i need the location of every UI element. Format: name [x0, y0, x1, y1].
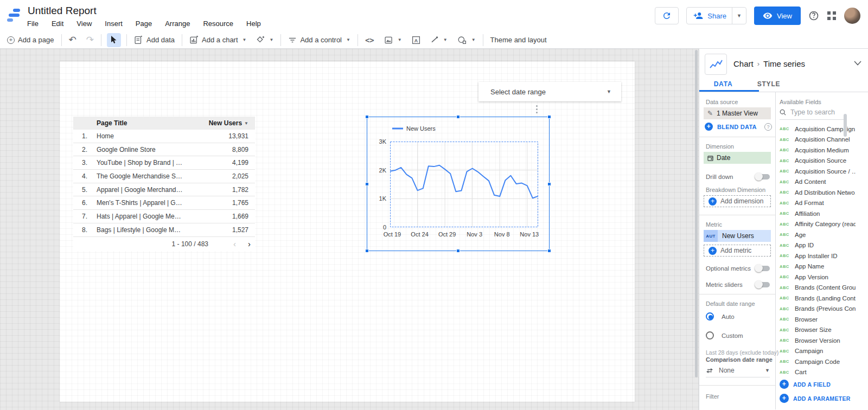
next-page-button[interactable]: ›: [248, 239, 251, 248]
table-row[interactable]: 7.Hats | Apparel | Google Me…1,669: [73, 210, 255, 223]
undo-button[interactable]: ↶: [64, 31, 81, 48]
time-series-chart[interactable]: 01K2K3KOct 19Oct 24Oct 29Nov 3Nov 8Nov 1…: [367, 117, 550, 251]
data-source-chip[interactable]: ✎ 1 Master View: [704, 107, 771, 119]
add-image-button[interactable]: ▼: [379, 31, 407, 48]
field-item[interactable]: ABCAcquisition Medium: [780, 145, 856, 156]
dimension-chip-date[interactable]: Date: [704, 152, 771, 164]
redo-button[interactable]: ↷: [81, 31, 99, 48]
add-data-button[interactable]: Add data: [129, 31, 180, 48]
add-line-button[interactable]: ▼: [425, 31, 452, 48]
date-range-custom-option[interactable]: Custom: [706, 331, 743, 339]
field-item[interactable]: ABCCampaign: [780, 346, 856, 357]
selection-handle[interactable]: [547, 115, 551, 119]
field-item[interactable]: ABCBrands (Content Group): [780, 283, 856, 293]
theme-layout-button[interactable]: Theme and layout: [486, 31, 552, 48]
fields-scrollbar[interactable]: [844, 114, 847, 137]
field-item[interactable]: ABCAffiliation: [780, 208, 856, 219]
field-item[interactable]: ABCApp Installer ID: [780, 251, 856, 261]
breadcrumb-time-series[interactable]: Time series: [763, 59, 805, 68]
field-item[interactable]: ABCAcquisition Source: [780, 156, 856, 166]
field-item[interactable]: ABCBrowser Version: [780, 335, 856, 346]
chevron-down-icon[interactable]: [854, 61, 861, 66]
prev-page-button[interactable]: ‹: [233, 239, 236, 248]
share-button[interactable]: Share ▼: [686, 7, 746, 24]
tab-style[interactable]: STYLE: [754, 76, 784, 92]
column-header-new-users[interactable]: New Users ▼: [209, 119, 248, 127]
comparison-date-range-select[interactable]: None ▼: [706, 367, 770, 377]
menu-arrange[interactable]: Arrange: [165, 20, 190, 28]
table-row[interactable]: 1.Home13,931: [73, 130, 255, 143]
field-item[interactable]: ABCApp Name: [780, 261, 856, 272]
apps-grid-icon[interactable]: [827, 11, 837, 21]
selection-handle[interactable]: [365, 182, 369, 186]
add-shape-button[interactable]: ▼: [452, 31, 481, 48]
add-dimension-button[interactable]: + Add dimension: [704, 195, 771, 207]
field-item[interactable]: ABCAd Format: [780, 198, 856, 209]
share-dropdown-button[interactable]: ▼: [732, 7, 746, 24]
date-range-control[interactable]: Select date range ▼: [478, 82, 621, 101]
chart-type-thumbnail[interactable]: [705, 54, 727, 75]
date-range-auto-option[interactable]: Auto: [706, 312, 735, 321]
add-text-button[interactable]: A: [407, 31, 425, 48]
fields-search-input[interactable]: Type to search: [780, 108, 846, 120]
field-item[interactable]: ABCApp Version: [780, 272, 856, 283]
field-item[interactable]: ABCBrands (Previous Con…: [780, 304, 856, 315]
selection-handle[interactable]: [547, 182, 551, 186]
table-row[interactable]: 3.YouTube | Shop by Brand | …4,199: [73, 156, 255, 170]
metric-sliders-toggle[interactable]: [756, 282, 770, 287]
breadcrumb-chart[interactable]: Chart: [733, 59, 754, 68]
field-item[interactable]: ABCBrands (Landing Cont…: [780, 293, 856, 304]
blend-data-button[interactable]: + BLEND DATA: [705, 123, 757, 131]
menu-edit[interactable]: Edit: [52, 20, 63, 28]
selection-handle[interactable]: [547, 249, 551, 253]
selection-handle[interactable]: [456, 249, 460, 253]
report-title[interactable]: Untitled Report: [28, 5, 97, 17]
table-row[interactable]: 5.Apparel | Google Merchand…1,782: [73, 183, 255, 197]
field-item[interactable]: ABCAcquisition Source / …: [780, 166, 856, 177]
page-title-table[interactable]: Page Title New Users ▼ 1.Home13,9312.Goo…: [73, 117, 255, 251]
field-item[interactable]: ABCBrowser: [780, 314, 856, 325]
chart-menu-dots-icon[interactable]: [536, 105, 538, 113]
table-row[interactable]: 4.The Google Merchandise S…2,025: [73, 170, 255, 183]
add-page-button[interactable]: + Add a page: [2, 31, 59, 48]
field-item[interactable]: ABCAd Content: [780, 177, 856, 188]
add-a-parameter-button[interactable]: + ADD A PARAMETER: [780, 394, 868, 403]
field-item[interactable]: ABCCampaign Code: [780, 356, 856, 367]
table-row[interactable]: 2.Google Online Store8,809: [73, 143, 255, 157]
table-row[interactable]: 6.Men's T-Shirts | Apparel | G…1,765: [73, 196, 255, 210]
panel-scrollbar[interactable]: [695, 50, 698, 377]
selection-handle[interactable]: [456, 115, 460, 119]
field-item[interactable]: ABCAd Distribution Netwo…: [780, 187, 856, 198]
pencil-icon[interactable]: ✎: [704, 110, 717, 117]
embed-code-button[interactable]: <>: [360, 31, 379, 48]
selection-handle[interactable]: [365, 249, 369, 253]
add-a-field-button[interactable]: + ADD A FIELD: [780, 380, 868, 389]
looker-studio-logo-icon[interactable]: [7, 8, 22, 23]
table-row[interactable]: 8.Bags | Lifestyle | Google M…1,527: [73, 223, 255, 237]
metric-chip-new-users[interactable]: AUT New Users: [704, 230, 771, 242]
field-item[interactable]: ABCAffinity Category (reac…: [780, 219, 856, 230]
community-visualizations-button[interactable]: ▼: [251, 31, 278, 48]
tab-data[interactable]: DATA: [708, 76, 738, 92]
menu-resource[interactable]: Resource: [203, 20, 233, 28]
add-control-button[interactable]: Add a control ▼: [283, 31, 355, 48]
add-metric-button[interactable]: + Add metric: [704, 245, 771, 257]
refresh-button[interactable]: [655, 7, 679, 24]
menu-page[interactable]: Page: [136, 20, 152, 28]
view-button[interactable]: View: [754, 7, 801, 25]
field-item[interactable]: ABCBrowser Size: [780, 325, 856, 336]
menu-file[interactable]: File: [27, 20, 39, 28]
help-icon[interactable]: ?: [764, 123, 772, 131]
help-icon[interactable]: [808, 10, 819, 21]
drill-down-toggle[interactable]: [756, 174, 770, 180]
user-avatar[interactable]: [844, 8, 860, 24]
field-item[interactable]: ABCApp ID: [780, 240, 856, 251]
selection-handle[interactable]: [365, 115, 369, 119]
optional-metrics-toggle[interactable]: [756, 266, 770, 271]
select-tool-button[interactable]: [107, 33, 121, 47]
field-item[interactable]: ABCAge: [780, 229, 856, 240]
report-canvas[interactable]: Select date range ▼ Page Title New Users…: [0, 49, 699, 410]
column-header-page-title[interactable]: Page Title: [97, 119, 127, 127]
menu-view[interactable]: View: [76, 20, 92, 28]
menu-help[interactable]: Help: [246, 20, 261, 28]
